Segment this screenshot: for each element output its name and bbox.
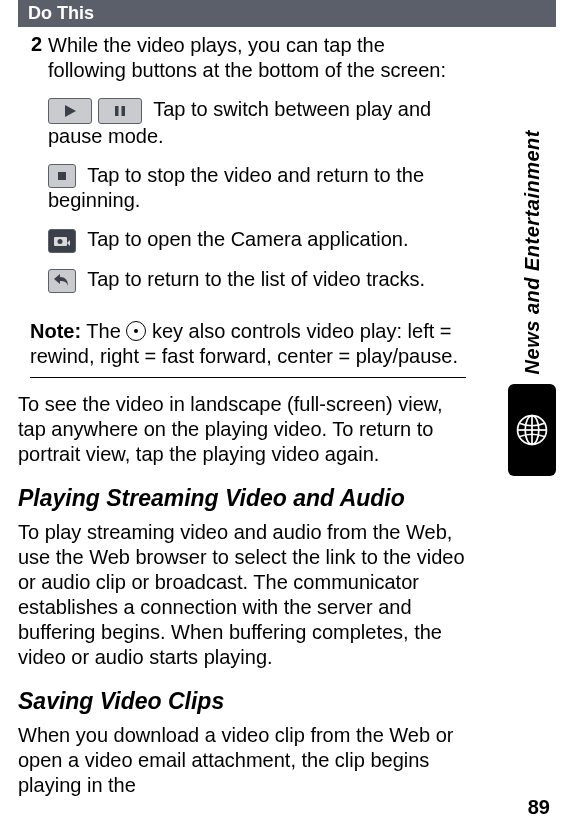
svg-rect-1 <box>115 106 119 116</box>
do-this-header: Do This <box>18 0 556 27</box>
svg-rect-3 <box>58 172 66 180</box>
camera-text: Tap to open the Camera application. <box>87 228 408 250</box>
sidebar-label: News and Entertainment <box>521 130 544 374</box>
step-body: While the video plays, you can tap the f… <box>48 33 556 307</box>
play-icon <box>48 98 92 124</box>
step-intro: While the video plays, you can tap the f… <box>48 33 466 83</box>
sidebar-tab <box>508 384 556 476</box>
note-label: Note: <box>30 320 81 342</box>
stop-icon <box>48 164 76 188</box>
page-number: 89 <box>528 796 550 819</box>
streaming-heading: Playing Streaming Video and Audio <box>18 485 556 512</box>
camera-row: Tap to open the Camera application. <box>48 227 466 253</box>
play-pause-icons <box>48 98 142 124</box>
stop-icon-wrap <box>48 164 76 188</box>
return-text: Tap to return to the list of video track… <box>87 268 425 290</box>
globe-icon <box>515 413 549 447</box>
saving-body: When you download a video clip from the … <box>18 723 556 798</box>
step-number: 2 <box>18 33 48 307</box>
page: Do This 2 While the video plays, you can… <box>0 0 582 835</box>
camera-icon-wrap <box>48 229 76 253</box>
note-box: Note: The key also controls video play: … <box>30 313 466 378</box>
landscape-paragraph: To see the video in landscape (full-scre… <box>18 392 556 467</box>
return-icon <box>48 269 76 293</box>
camera-icon <box>48 229 76 253</box>
svg-marker-0 <box>65 105 76 117</box>
pause-icon <box>98 98 142 124</box>
saving-heading: Saving Video Clips <box>18 688 556 715</box>
stop-row: Tap to stop the video and return to the … <box>48 163 466 214</box>
dpad-icon <box>126 321 146 341</box>
svg-point-5 <box>58 239 63 244</box>
note-before: The <box>81 320 126 342</box>
return-row: Tap to return to the list of video track… <box>48 267 466 293</box>
return-icon-wrap <box>48 269 76 293</box>
step-row: 2 While the video plays, you can tap the… <box>18 33 556 307</box>
sidebar: News and Entertainment <box>508 130 556 476</box>
play-pause-row: Tap to switch between play and pause mod… <box>48 97 466 149</box>
streaming-body: To play streaming video and audio from t… <box>18 520 556 670</box>
stop-text: Tap to stop the video and return to the … <box>48 164 424 212</box>
svg-rect-2 <box>122 106 126 116</box>
